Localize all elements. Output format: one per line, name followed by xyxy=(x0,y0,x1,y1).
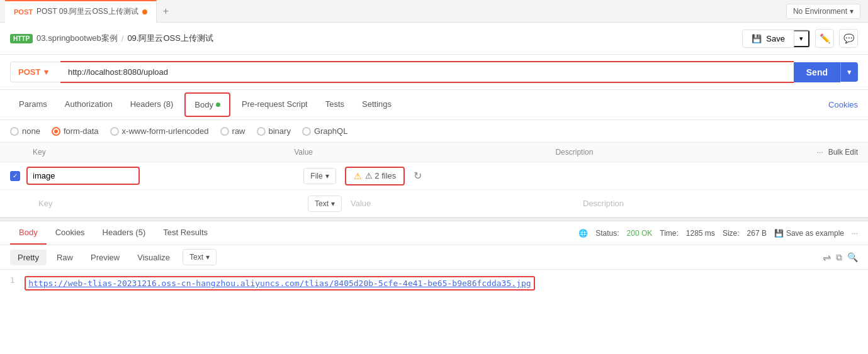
body-type-binary[interactable]: binary xyxy=(257,126,291,136)
send-button-group[interactable]: Send ▾ xyxy=(794,62,858,82)
response-tabs: Body Cookies Headers (5) Test Results 🌐 … xyxy=(0,221,868,245)
save-example-button[interactable]: 💾 Save as example xyxy=(774,229,844,238)
tab-bar: POST POST 09.阿里云OSS上传测试 + No Environment… xyxy=(0,0,868,23)
breadcrumb-actions: 💾 Save ▾ ✏️ 💬 xyxy=(742,29,858,48)
tab-tests[interactable]: Tests xyxy=(317,93,353,116)
tab-response-body[interactable]: Body xyxy=(10,221,47,245)
copy-icon[interactable]: ⧉ xyxy=(836,252,842,263)
row1-type-select[interactable]: File ▾ xyxy=(303,168,335,184)
tab-response-headers[interactable]: Headers (5) xyxy=(94,221,155,245)
tab-body[interactable]: Body xyxy=(184,92,230,117)
form-table-actions: ··· Bulk Edit xyxy=(817,148,858,157)
resp-tab-raw[interactable]: Raw xyxy=(49,250,81,265)
row1-files-badge: ⚠ ⚠ 2 files xyxy=(345,167,405,185)
radio-binary-icon xyxy=(257,127,266,136)
save-button-group[interactable]: 💾 Save ▾ xyxy=(742,30,810,48)
time-label: Time: xyxy=(660,229,679,238)
form-table-header: Key Value Description ··· Bulk Edit xyxy=(0,143,868,162)
row1-value-cell: File ▾ ⚠ ⚠ 2 files ↻ xyxy=(303,167,580,185)
search-icon[interactable]: 🔍 xyxy=(847,252,858,262)
response-body-tabs: Pretty Raw Preview Visualize Text ▾ ⇌ ⧉ … xyxy=(0,245,868,270)
size-label: Size: xyxy=(723,229,740,238)
chevron-down-icon: ▾ xyxy=(325,172,329,180)
body-type-form-data[interactable]: form-data xyxy=(52,126,99,136)
tab-response-cookies[interactable]: Cookies xyxy=(47,221,94,245)
tab-pre-request-script[interactable]: Pre-request Script xyxy=(233,93,317,116)
time-value: 1285 ms xyxy=(686,229,715,238)
url-input[interactable] xyxy=(60,61,794,83)
send-button[interactable]: Send xyxy=(794,62,840,82)
col-key-header: Key xyxy=(10,148,294,157)
tab-response-test-results[interactable]: Test Results xyxy=(154,221,217,245)
col-value-header: Value xyxy=(294,148,555,157)
breadcrumb-parent[interactable]: 03.springbootweb案例 xyxy=(37,33,118,44)
environment-selector[interactable]: No Environment ▾ xyxy=(786,4,860,19)
body-type-graphql[interactable]: GraphQL xyxy=(302,126,347,136)
radio-form-data-icon xyxy=(52,127,60,136)
response-url-link[interactable]: https://web-tlias-20231216.oss-cn-hangzh… xyxy=(25,276,534,290)
body-type-selector: none form-data x-www-form-urlencoded raw… xyxy=(0,120,868,143)
row1-checkbox[interactable] xyxy=(10,171,20,181)
radio-none-icon xyxy=(10,127,19,136)
url-bar: POST ▾ Send ▾ xyxy=(0,55,868,90)
body-type-none[interactable]: none xyxy=(10,126,40,136)
floppy-icon: 💾 xyxy=(752,34,762,43)
bulk-edit-label[interactable]: Bulk Edit xyxy=(828,148,858,157)
tab-settings[interactable]: Settings xyxy=(353,93,400,116)
row2-description-cell: Description xyxy=(583,199,858,208)
pencil-icon: ✏️ xyxy=(820,33,830,43)
method-select[interactable]: POST ▾ xyxy=(10,62,60,82)
row2-key-placeholder[interactable]: Key xyxy=(33,195,58,212)
tab-params[interactable]: Params xyxy=(10,93,56,116)
format-selector[interactable]: Text ▾ xyxy=(183,249,217,265)
table-row: Key Text ▾ Value Description xyxy=(0,190,868,218)
table-row: File ▾ ⚠ ⚠ 2 files ↻ xyxy=(0,162,868,190)
tab-authorization[interactable]: Authorization xyxy=(56,93,121,116)
active-tab[interactable]: POST POST 09.阿里云OSS上传测试 xyxy=(5,0,157,23)
response-content: 1 https://web-tlias-20231216.oss-cn-hang… xyxy=(0,270,868,297)
refresh-icon[interactable]: ↻ xyxy=(414,170,422,182)
cookies-link[interactable]: Cookies xyxy=(828,100,858,109)
status-value: 200 OK xyxy=(627,229,653,238)
method-badge: HTTP xyxy=(10,34,33,43)
chevron-down-icon: ▾ xyxy=(44,67,48,77)
comment-icon-button[interactable]: 💬 xyxy=(839,29,858,48)
row2-value-placeholder[interactable]: Value xyxy=(351,199,371,208)
body-type-urlencoded[interactable]: x-www-form-urlencoded xyxy=(110,126,209,136)
row2-key-cell: Key xyxy=(33,199,308,208)
resp-tab-pretty[interactable]: Pretty xyxy=(10,250,47,265)
line-number: 1 xyxy=(10,276,14,285)
tab-title: POST 09.阿里云OSS上传测试 xyxy=(37,6,138,17)
globe-icon[interactable]: 🌐 xyxy=(578,229,588,238)
resp-tab-preview[interactable]: Preview xyxy=(83,250,127,265)
tab-headers[interactable]: Headers (8) xyxy=(121,93,183,116)
row2-type-select[interactable]: Text ▾ xyxy=(308,196,342,212)
chevron-down-icon: ▾ xyxy=(847,67,852,77)
body-type-raw[interactable]: raw xyxy=(220,126,245,136)
more-options-icon[interactable]: ··· xyxy=(852,229,858,238)
radio-raw-icon xyxy=(220,127,229,136)
breadcrumb-current: 09.阿里云OSS上传测试 xyxy=(127,33,213,44)
row1-key-input[interactable] xyxy=(26,167,140,185)
response-status-bar: 🌐 Status: 200 OK Time: 1285 ms Size: 267… xyxy=(578,229,858,238)
row2-description-placeholder: Description xyxy=(583,199,624,208)
add-tab-button[interactable]: + xyxy=(157,6,175,17)
response-body-actions: ⇌ ⧉ 🔍 xyxy=(823,252,858,263)
breadcrumb-bar: HTTP 03.springbootweb案例 / 09.阿里云OSS上传测试 … xyxy=(0,23,868,55)
resp-tab-visualize[interactable]: Visualize xyxy=(130,250,178,265)
wrap-icon[interactable]: ⇌ xyxy=(823,252,831,263)
chevron-down-icon: ▾ xyxy=(206,253,210,262)
row2-value-cell: Text ▾ Value xyxy=(308,196,583,212)
col-description-header: Description xyxy=(555,148,816,157)
tab-dot xyxy=(142,9,147,14)
comment-icon: 💬 xyxy=(843,33,854,43)
response-line-1: 1 https://web-tlias-20231216.oss-cn-hang… xyxy=(10,276,858,290)
save-dropdown-arrow[interactable]: ▾ xyxy=(794,30,809,47)
tab-method-label: POST xyxy=(14,8,33,16)
edit-icon-button[interactable]: ✏️ xyxy=(815,29,834,48)
send-dropdown-arrow[interactable]: ▾ xyxy=(840,62,858,82)
save-button[interactable]: 💾 Save xyxy=(743,31,794,47)
bulk-edit-dots[interactable]: ··· xyxy=(817,148,823,157)
breadcrumb-separator: / xyxy=(121,34,124,43)
chevron-down-icon: ▾ xyxy=(799,35,803,42)
